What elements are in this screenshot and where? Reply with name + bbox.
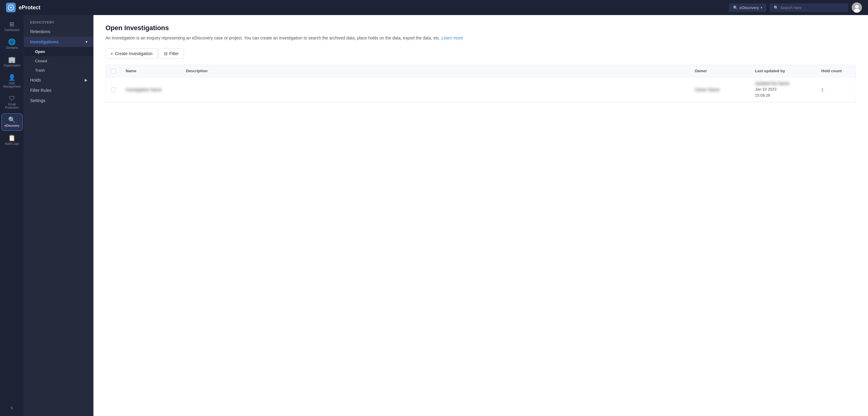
table-header: Name Description Owner Last updated by H… — [106, 65, 856, 77]
row-hold-count-link[interactable]: 1 — [821, 87, 824, 92]
sidebar-item-label: Domains — [6, 46, 18, 49]
holds-chevron-icon: ▶ — [85, 78, 87, 82]
row-checkbox-cell — [106, 84, 121, 96]
row-last-updated-cell: Updated By Name Jan 10 2023 15:08:26 — [750, 77, 816, 102]
filter-icon: ⊟ — [164, 51, 167, 56]
select-all-checkbox[interactable] — [111, 69, 116, 73]
row-owner-cell: Owner Name — [690, 84, 750, 96]
row-last-updated-by: Updated By Name — [755, 81, 812, 86]
settings-label: Settings — [30, 98, 45, 103]
domains-icon: 🌐 — [8, 39, 16, 45]
email-protection-icon: 🛡 — [9, 96, 15, 101]
sub-sidebar-item-open[interactable]: Open — [24, 47, 93, 56]
investigations-table: Name Description Owner Last updated by H… — [105, 65, 856, 102]
scope-search-icon: 🔍 — [733, 5, 738, 10]
sidebar-item-label: Audit Logs — [5, 142, 19, 145]
row-last-updated-date: Jan 10 2023 15:08:26 — [755, 86, 812, 98]
scope-selector[interactable]: 🔍 eDiscovery ▾ — [729, 4, 766, 12]
toolbar: + Create Investigation ⊟ Filter — [105, 48, 856, 59]
main-content: Open Investigations An investigation is … — [93, 15, 868, 416]
top-header: eProtect 🔍 eDiscovery ▾ 🔍 — [0, 0, 868, 15]
brand-name: eProtect — [19, 4, 40, 11]
sub-sidebar-item-retentions[interactable]: Retentions — [24, 27, 93, 37]
row-name: Investigation Name — [126, 87, 162, 92]
table-header-owner: Owner — [690, 65, 750, 77]
filter-label: Filter — [169, 51, 179, 56]
open-label: Open — [35, 49, 45, 54]
dashboard-icon: ⊞ — [9, 21, 14, 27]
scope-chevron-icon: ▾ — [761, 6, 762, 9]
create-investigation-button[interactable]: + Create Investigation — [105, 48, 158, 59]
sub-sidebar-item-holds[interactable]: Holds ▶ — [24, 75, 93, 85]
user-avatar[interactable] — [852, 2, 862, 13]
brand-icon — [6, 3, 16, 12]
table-header-description: Description — [181, 65, 690, 77]
sidebar-item-label: User Management — [3, 81, 21, 88]
sidebar-item-domains[interactable]: 🌐 Domains — [1, 36, 23, 53]
row-description-cell — [181, 86, 690, 93]
sidebar: ⊞ Dashboard 🌐 Domains 🏢 Organization 👤 U… — [0, 15, 24, 416]
closed-label: Closed — [35, 59, 47, 63]
sidebar-item-ediscovery[interactable]: 🔍 eDiscovery — [1, 113, 23, 131]
sidebar-item-audit-logs[interactable]: 📋 Audit Logs — [1, 132, 23, 148]
sidebar-item-organization[interactable]: 🏢 Organization — [1, 54, 23, 70]
sidebar-item-user-management[interactable]: 👤 User Management — [1, 71, 23, 91]
learn-more-link[interactable]: Learn more — [441, 36, 463, 40]
organization-icon: 🏢 — [8, 57, 16, 63]
sub-sidebar: EDISCOVERY Retentions Investigations ▾ O… — [24, 15, 93, 416]
search-input[interactable] — [780, 5, 844, 10]
collapse-icon: ≤ — [11, 405, 13, 410]
sub-sidebar-item-closed[interactable]: Closed — [24, 56, 93, 66]
trash-label: Trash — [35, 68, 45, 73]
sidebar-item-label: eDiscovery — [4, 124, 19, 127]
retentions-label: Retentions — [30, 29, 50, 34]
row-hold-count-cell: 1 — [816, 84, 856, 96]
description-text: An investigation is an enquiry represent… — [105, 36, 440, 40]
main-layout: ⊞ Dashboard 🌐 Domains 🏢 Organization 👤 U… — [0, 15, 868, 416]
sub-sidebar-item-filter-rules[interactable]: Filter Rules — [24, 85, 93, 96]
search-bar: 🔍 — [770, 4, 848, 12]
table-header-checkbox-cell — [106, 65, 121, 77]
sub-sidebar-section-label: EDISCOVERY — [24, 15, 93, 27]
sidebar-bottom: ≤ — [8, 402, 16, 413]
holds-label: Holds — [30, 78, 41, 82]
header-right: 🔍 eDiscovery ▾ 🔍 — [729, 2, 862, 13]
collapse-sidebar-button[interactable]: ≤ — [8, 402, 16, 413]
filter-button[interactable]: ⊟ Filter — [159, 48, 184, 59]
search-icon: 🔍 — [774, 5, 778, 10]
sub-sidebar-item-trash[interactable]: Trash — [24, 66, 93, 75]
create-icon: + — [111, 51, 113, 56]
create-label: Create Investigation — [115, 51, 153, 56]
filter-rules-label: Filter Rules — [30, 88, 52, 93]
sidebar-item-dashboard[interactable]: ⊞ Dashboard — [1, 18, 23, 35]
investigations-chevron-icon: ▾ — [86, 40, 87, 44]
page-description: An investigation is an enquiry represent… — [105, 35, 856, 41]
row-name-cell: Investigation Name — [121, 84, 181, 96]
sidebar-item-label: Email Protection — [3, 103, 21, 109]
table-header-hold-count: Hold count — [816, 65, 856, 77]
table-header-last-updated: Last updated by — [750, 65, 816, 77]
row-checkbox[interactable] — [111, 87, 116, 92]
brand: eProtect — [6, 3, 40, 12]
ediscovery-icon: 🔍 — [8, 117, 16, 123]
scope-label: eDiscovery — [740, 5, 759, 10]
user-management-icon: 👤 — [8, 74, 16, 80]
sidebar-item-label: Dashboard — [4, 28, 19, 32]
sub-sidebar-item-investigations[interactable]: Investigations ▾ — [24, 37, 93, 47]
table-row: Investigation Name Owner Name Updated By… — [106, 77, 856, 102]
svg-point-2 — [855, 5, 859, 8]
sidebar-item-label: Organization — [3, 64, 21, 67]
row-owner: Owner Name — [695, 87, 719, 92]
investigations-label: Investigations — [30, 39, 59, 44]
sidebar-item-email-protection[interactable]: 🛡 Email Protection — [1, 93, 23, 112]
table-header-name: Name — [121, 65, 181, 77]
page-title: Open Investigations — [105, 24, 856, 32]
audit-logs-icon: 📋 — [8, 135, 16, 141]
sub-sidebar-item-settings[interactable]: Settings — [24, 96, 93, 106]
